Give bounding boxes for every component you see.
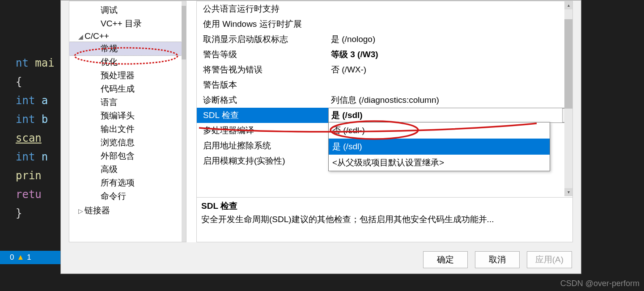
ok-button[interactable]: 确定 [423, 251, 468, 268]
tree-item[interactable]: 高级 [69, 163, 186, 176]
scroll-down-icon[interactable]: ▾ [564, 188, 572, 196]
help-title: SDL 检查 [201, 200, 568, 212]
tree-item[interactable]: 预处理器 [69, 69, 186, 82]
prop-scroll-thumb[interactable] [564, 19, 572, 109]
property-row[interactable]: 取消显示启动版权标志是 (/nologo) [197, 32, 572, 47]
dropdown-item[interactable]: <从父级或项目默认设置继承> [329, 155, 550, 171]
tree-item-label: 调试 [101, 5, 118, 15]
property-value[interactable] [328, 1, 572, 17]
property-row[interactable]: 诊断格式列信息 (/diagnostics:column) [197, 93, 572, 108]
tree-item-label: 输出文件 [101, 124, 135, 134]
property-label: 使用 Windows 运行时扩展 [197, 17, 328, 32]
scroll-up-icon[interactable]: ▴ [564, 1, 572, 9]
dropdown-item[interactable]: 是 (/sdl) [329, 139, 550, 155]
watermark: CSDN @over-perform [560, 279, 640, 288]
apply-button[interactable]: 应用(A) [527, 251, 572, 268]
tree-item[interactable]: 代码生成 [69, 82, 186, 96]
tree-item[interactable]: 浏览信息 [69, 136, 186, 149]
property-value[interactable]: 否 (/WX-) [328, 62, 572, 77]
tree-item-label: 外部包含 [101, 151, 135, 160]
status-bar: 0 ▲ 1 [0, 251, 63, 264]
property-value[interactable]: 是 (/nologo) [328, 32, 572, 47]
property-label: 警告等级 [197, 47, 328, 62]
button-bar: 确定 取消 应用(A) [423, 251, 572, 268]
property-label: 警告版本 [197, 77, 328, 93]
tree-item-label: 语言 [101, 97, 118, 107]
property-label: 诊断格式 [197, 93, 328, 108]
property-label: 启用模糊支持(实验性) [197, 153, 328, 169]
property-value[interactable] [328, 17, 572, 32]
property-row[interactable]: 将警告视为错误否 (/WX-) [197, 62, 572, 77]
property-pages-dialog: 调试VC++ 目录◢C/C++常规优化预处理器代码生成语言预编译头输出文件浏览信… [60, 0, 581, 274]
property-label: 启用地址擦除系统 [197, 138, 328, 153]
tree-item-label: 高级 [101, 164, 118, 174]
tree-item[interactable]: 所有选项 [69, 176, 186, 190]
property-value[interactable]: 等级 3 (/W3) [328, 47, 572, 62]
tree-item-label: 常规 [101, 44, 118, 53]
tree-item[interactable]: 调试 [69, 4, 186, 17]
property-value[interactable]: 列信息 (/diagnostics:column) [328, 93, 572, 108]
property-label: 多处理器编译 [197, 123, 328, 138]
tree-item-label: 预处理器 [101, 71, 135, 80]
tree-item[interactable]: 优化 [69, 55, 186, 69]
property-value[interactable] [328, 77, 572, 93]
tree-item[interactable]: ▷链接器 [69, 204, 186, 217]
tree-scrollbar[interactable] [182, 1, 186, 242]
tree-item-label: 链接器 [85, 206, 110, 215]
warning-icon: ▲ [17, 253, 24, 262]
tree-item[interactable]: VC++ 目录 [69, 17, 186, 30]
tree-item[interactable]: 输出文件 [69, 122, 186, 136]
tree-item-label: 代码生成 [101, 84, 135, 93]
property-label: 取消显示启动版权标志 [197, 32, 328, 47]
tree-scroll-thumb[interactable] [182, 6, 186, 59]
tree-item[interactable]: 外部包含 [69, 149, 186, 163]
tree-item-label: 所有选项 [101, 178, 135, 187]
code-editor-background: nt mai { int a int b scan int n prin ret… [0, 0, 63, 250]
tree-item[interactable]: 常规 [69, 42, 186, 55]
cancel-button[interactable]: 取消 [475, 251, 520, 268]
prop-scrollbar[interactable]: ▴ ▾ [564, 1, 572, 196]
tree-item-label: VC++ 目录 [101, 19, 142, 28]
tree-panel[interactable]: 调试VC++ 目录◢C/C++常规优化预处理器代码生成语言预编译头输出文件浏览信… [69, 1, 186, 242]
tree-item-label: C/C++ [85, 31, 109, 41]
warning-count: 1 [27, 253, 31, 262]
property-row[interactable]: 公共语言运行时支持 [197, 1, 572, 17]
tree-item[interactable]: 语言 [69, 96, 186, 109]
help-panel: SDL 检查 安全开发生命周期(SDL)建议的其他检查；包括启用其他安全代码生成… [197, 197, 572, 242]
property-label: 将警告视为错误 [197, 62, 328, 77]
property-row[interactable]: 警告版本 [197, 77, 572, 93]
tree-item[interactable]: 预编译头 [69, 109, 186, 122]
property-panel: 公共语言运行时支持使用 Windows 运行时扩展取消显示启动版权标志是 (/n… [196, 1, 573, 242]
error-count: 0 [10, 253, 14, 262]
dropdown-item[interactable]: 否 (/sdl-) [329, 122, 550, 139]
expand-icon[interactable]: ◢ [78, 33, 85, 40]
property-row[interactable]: 使用 Windows 运行时扩展 [197, 17, 572, 32]
tree-item[interactable]: ◢C/C++ [69, 30, 186, 42]
property-row[interactable]: 警告等级等级 3 (/W3) [197, 47, 572, 62]
tree-item[interactable]: 命令行 [69, 190, 186, 203]
expand-icon[interactable]: ▷ [78, 207, 85, 215]
tree-item-label: 命令行 [101, 191, 126, 201]
property-value[interactable]: 是 (/sdl)▾ [328, 108, 572, 123]
property-label: 公共语言运行时支持 [197, 1, 328, 17]
tree-item-label: 预编译头 [101, 111, 135, 120]
tree-item-label: 浏览信息 [101, 138, 135, 147]
tree-item-label: 优化 [101, 57, 118, 67]
sdl-check-dropdown[interactable]: 否 (/sdl-)是 (/sdl)<从父级或项目默认设置继承> [328, 122, 550, 171]
property-row[interactable]: SDL 检查是 (/sdl)▾ [197, 108, 572, 123]
property-label: SDL 检查 [197, 108, 328, 123]
help-text: 安全开发生命周期(SDL)建议的其他检查；包括启用其他安全代码生成功能并... [201, 214, 568, 225]
